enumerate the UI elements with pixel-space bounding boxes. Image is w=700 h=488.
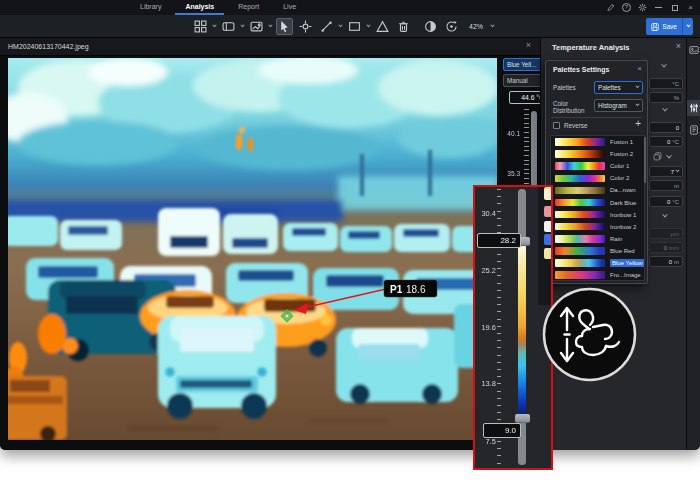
param-dropdown[interactable]: 7 <box>649 166 683 177</box>
panel-close-icon[interactable]: × <box>676 41 681 51</box>
magnified-swatch-fragment <box>544 206 553 217</box>
save-dropdown-caret[interactable] <box>682 18 693 35</box>
feedback-icon[interactable] <box>606 3 615 12</box>
palette-row[interactable]: Fro...Image <box>551 269 644 281</box>
param-field[interactable]: 0°C <box>649 196 683 207</box>
layout-grid-tool[interactable] <box>192 18 209 35</box>
tab-library[interactable]: Library <box>128 0 173 15</box>
palette-row[interactable]: Rain <box>551 233 644 245</box>
chevron-down-icon <box>675 168 679 172</box>
maximize-button[interactable] <box>670 3 679 12</box>
palette-swatch <box>555 187 605 195</box>
tab-analysis[interactable]: Analysis <box>173 0 226 15</box>
chevron-down-icon[interactable] <box>212 23 216 27</box>
palettes-dropdown[interactable]: Palettes <box>594 81 643 94</box>
select-cursor-tool[interactable] <box>276 18 293 35</box>
palette-row[interactable]: Da...rown <box>551 184 644 196</box>
image-mode-tool[interactable] <box>248 18 265 35</box>
save-label: Save <box>662 23 677 30</box>
title-bar: Library Analysis Report Live ? × <box>0 0 700 15</box>
palette-row[interactable]: Ironbow 2 <box>551 221 644 233</box>
chevron-down-icon[interactable] <box>268 23 272 27</box>
magnified-gradient-bar <box>518 246 526 416</box>
reverse-label: Reverse <box>564 122 587 129</box>
image-canvas: HM20240613170442.jpeg × <box>0 38 540 450</box>
settings-gear-icon[interactable] <box>638 3 647 12</box>
help-icon[interactable]: ? <box>622 3 631 12</box>
copy-row <box>653 152 671 161</box>
param-field[interactable]: % <box>649 92 683 103</box>
palette-row[interactable]: Color 2 <box>551 172 644 184</box>
copy-icon[interactable] <box>653 152 662 161</box>
media-panel-icon[interactable] <box>689 45 699 55</box>
close-button[interactable]: × <box>686 3 695 12</box>
window-view-tool[interactable] <box>220 18 237 35</box>
lower-slider-handle[interactable] <box>515 414 530 423</box>
chevron-down-icon[interactable] <box>240 23 244 27</box>
adjustments-panel-icon[interactable] <box>689 103 699 113</box>
palette-row[interactable]: Fusion 1 <box>551 136 644 148</box>
window-controls: ? × <box>606 0 695 15</box>
file-tab-bar: HM20240613170442.jpeg × <box>0 38 540 56</box>
palette-swatch <box>555 223 605 231</box>
toolbar: 42% Save <box>0 15 700 38</box>
rotate-tool[interactable] <box>443 18 460 35</box>
param-field[interactable]: 0m <box>649 256 683 267</box>
lower-threshold-input[interactable]: 9.0 <box>483 423 521 438</box>
overlay-tick-label: 7.5 <box>475 437 496 446</box>
report-panel-icon[interactable] <box>689 125 699 135</box>
param-field[interactable]: °C <box>649 78 683 89</box>
contrast-tool[interactable] <box>422 18 439 35</box>
minimize-button[interactable] <box>654 3 663 12</box>
delta-tool[interactable] <box>374 18 391 35</box>
palette-swatch <box>555 138 605 146</box>
param-field[interactable]: 0 <box>649 122 683 133</box>
param-field[interactable]: 0°C <box>649 136 683 147</box>
spot-point-tool[interactable] <box>297 18 314 35</box>
palette-row[interactable]: Fusion 2 <box>551 148 644 160</box>
rectangle-tool[interactable] <box>346 18 363 35</box>
palette-swatch <box>555 211 605 219</box>
popup-close-icon[interactable]: × <box>637 64 642 73</box>
chevron-down-icon[interactable] <box>666 152 672 158</box>
palette-swatch <box>555 247 605 255</box>
palette-row-selected[interactable]: Blue Yellow <box>551 257 644 269</box>
delete-trash-tool[interactable] <box>395 18 412 35</box>
marker-value-label: 18.6 <box>406 284 426 295</box>
section-collapse-chevron[interactable] <box>662 212 668 218</box>
upper-threshold-input[interactable]: 28.2 <box>477 233 521 248</box>
palette-swatch <box>555 271 605 279</box>
reverse-checkbox[interactable] <box>553 122 560 129</box>
palette-row[interactable]: Color 1 <box>551 160 644 172</box>
list-scrollbar[interactable] <box>644 137 647 183</box>
param-field[interactable]: m <box>649 180 683 191</box>
palette-swatch <box>555 175 605 183</box>
section-collapse-chevron[interactable] <box>661 62 667 68</box>
palette-swatch <box>555 162 605 170</box>
palettes-settings-popup: Palettes Settings × Palettes Palettes Co… <box>545 60 648 284</box>
section-collapse-chevron[interactable] <box>662 106 668 112</box>
add-palette-button[interactable]: + <box>635 118 641 129</box>
tab-report[interactable]: Report <box>226 0 271 15</box>
zoom-chevron-icon[interactable] <box>490 23 494 27</box>
right-icon-strip <box>686 38 700 450</box>
distribution-dropdown[interactable]: Histogram <box>594 99 643 112</box>
palette-row[interactable]: Blue Red <box>551 245 644 257</box>
save-button[interactable]: Save <box>646 18 682 35</box>
overlay-tick-label: 30.4 <box>475 209 496 218</box>
thermal-image[interactable]: P1 18.6 <box>8 58 497 440</box>
tab-live[interactable]: Live <box>271 0 308 15</box>
scale-mode-label: Manual <box>507 77 528 84</box>
save-group: Save <box>646 18 693 35</box>
chevron-down-icon[interactable] <box>366 23 370 27</box>
palette-swatch <box>555 150 605 158</box>
chevron-down-icon[interactable] <box>338 23 342 27</box>
line-tool[interactable] <box>318 18 335 35</box>
chevron-down-icon <box>635 84 639 88</box>
file-close-icon[interactable]: × <box>526 40 531 50</box>
zoom-level[interactable]: 42% <box>469 23 483 30</box>
palette-row[interactable]: Dark Blue <box>551 196 644 208</box>
save-floppy-icon <box>651 23 659 31</box>
palette-row[interactable]: Ironbow 1 <box>551 209 644 221</box>
chevron-down-icon <box>635 102 639 106</box>
